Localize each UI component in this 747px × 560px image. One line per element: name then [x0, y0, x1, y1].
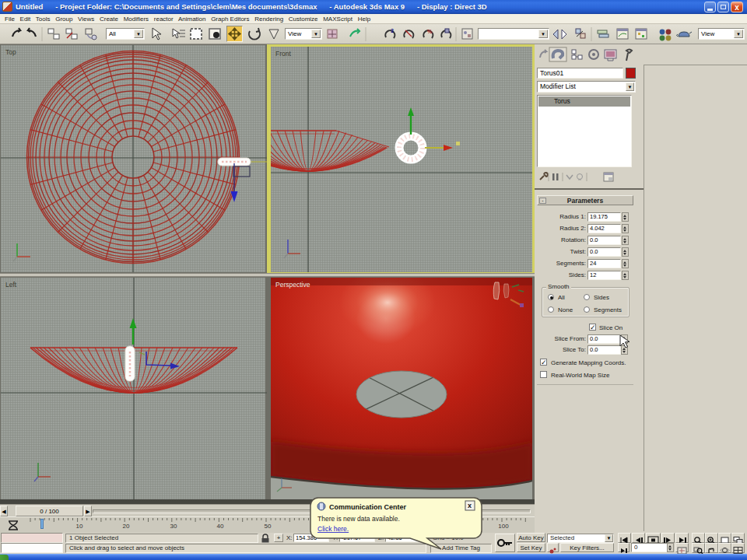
svg-text:3: 3: [391, 28, 394, 33]
svg-text:x: x: [468, 502, 472, 509]
svg-text:Left: Left: [5, 281, 17, 289]
svg-text:Front: Front: [275, 50, 291, 58]
svg-text:Top: Top: [5, 48, 16, 56]
svg-text:Communication Center: Communication Center: [329, 503, 407, 511]
svg-text:Click here.: Click here.: [317, 525, 349, 533]
svg-text:Perspective: Perspective: [275, 281, 310, 289]
svg-text:There is new data available.: There is new data available.: [317, 515, 400, 523]
svg-text:%: %: [427, 29, 433, 34]
